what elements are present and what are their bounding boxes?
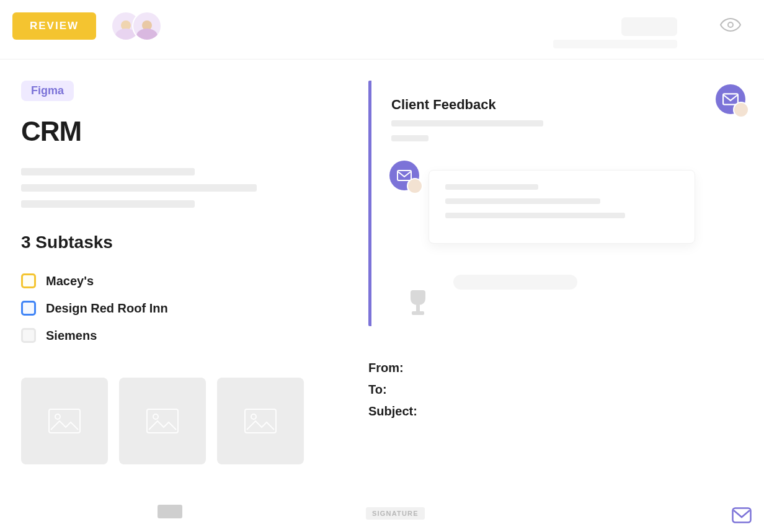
- checkbox-icon[interactable]: [21, 301, 36, 316]
- image-icon: [48, 409, 81, 433]
- avatar: [733, 102, 749, 118]
- top-bar: REVIEW: [0, 0, 764, 60]
- compose-from-label[interactable]: From:: [368, 357, 739, 379]
- subtasks-heading: 3 Subtasks: [21, 233, 344, 252]
- compose-subject-label[interactable]: Subject:: [368, 401, 739, 422]
- subtask-label: Siemens: [46, 329, 97, 343]
- description-placeholder: [21, 168, 344, 208]
- svg-point-0: [728, 22, 733, 27]
- compose-to-label[interactable]: To:: [368, 379, 739, 401]
- subtask-row[interactable]: Macey's: [21, 267, 344, 295]
- project-tag[interactable]: Figma: [21, 81, 74, 101]
- placeholder-line: [445, 213, 625, 218]
- compose-mail-button[interactable]: [732, 507, 752, 523]
- svg-point-6: [251, 414, 256, 419]
- image-icon: [244, 409, 277, 433]
- attachment-thumb[interactable]: [217, 378, 304, 464]
- subtask-label: Macey's: [46, 274, 94, 288]
- placeholder-line: [21, 168, 195, 175]
- mail-badge[interactable]: [716, 84, 745, 114]
- placeholder-line: [21, 184, 257, 192]
- footer-bar: SIGNATURE: [0, 497, 764, 532]
- placeholder-line: [445, 198, 600, 204]
- checkbox-icon[interactable]: [21, 273, 36, 288]
- placeholder-block: [621, 17, 677, 36]
- assignee-avatars[interactable]: [111, 11, 162, 41]
- envelope-icon: [732, 507, 752, 523]
- placeholder-line: [553, 40, 677, 48]
- svg-rect-1: [49, 409, 80, 433]
- comment-input-placeholder[interactable]: [453, 275, 577, 290]
- placeholder-line: [391, 120, 543, 126]
- placeholder-block: [158, 505, 182, 518]
- watch-toggle[interactable]: [719, 17, 742, 32]
- subtask-label: Design Red Roof Inn: [46, 301, 168, 316]
- client-feedback-card[interactable]: Client Feedback: [368, 81, 739, 326]
- activity-column: Client Feedback: [368, 81, 739, 497]
- svg-rect-9: [733, 508, 751, 523]
- avatar: [407, 178, 423, 194]
- email-compose: From: To: Subject:: [368, 357, 739, 422]
- svg-point-2: [55, 414, 60, 419]
- review-button[interactable]: REVIEW: [12, 12, 96, 40]
- avatar[interactable]: [132, 11, 162, 41]
- subtask-list: Macey's Design Red Roof Inn Siemens: [21, 267, 344, 349]
- trophy-icon: [409, 290, 427, 316]
- attachment-thumb[interactable]: [119, 378, 206, 464]
- feedback-title: Client Feedback: [391, 97, 721, 113]
- task-detail-column: Figma CRM 3 Subtasks Macey's Design Red …: [21, 81, 344, 497]
- reply-sender-badge: [389, 161, 419, 190]
- subtask-row[interactable]: Siemens: [21, 322, 344, 349]
- svg-point-4: [153, 414, 158, 419]
- reply-card[interactable]: [429, 170, 695, 244]
- signature-button[interactable]: SIGNATURE: [366, 507, 425, 520]
- svg-rect-8: [398, 171, 411, 180]
- image-icon: [146, 409, 179, 433]
- placeholder-line: [445, 184, 538, 190]
- svg-rect-5: [245, 409, 276, 433]
- subtask-row[interactable]: Design Red Roof Inn: [21, 295, 344, 322]
- eye-icon: [719, 17, 742, 32]
- attachment-thumb[interactable]: [21, 378, 108, 464]
- task-title[interactable]: CRM: [21, 116, 344, 147]
- svg-rect-3: [147, 409, 178, 433]
- checkbox-icon[interactable]: [21, 328, 36, 343]
- attachment-thumbnails: [21, 378, 344, 464]
- placeholder-line: [21, 200, 195, 208]
- main-content: Figma CRM 3 Subtasks Macey's Design Red …: [0, 60, 764, 497]
- placeholder-line: [391, 135, 429, 141]
